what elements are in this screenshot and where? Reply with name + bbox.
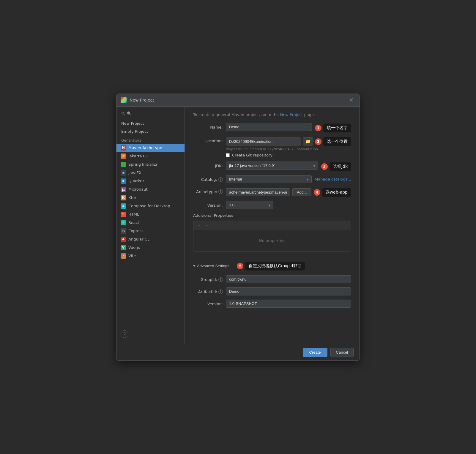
location-row: Location: 📁 2 选一个位置 Project will be crea… — [193, 137, 351, 157]
sidebar-item-vite[interactable]: ⚡ Vite — [116, 252, 185, 260]
sidebar-bottom: ? — [116, 327, 185, 341]
sidebar-item-html[interactable]: 5 HTML — [116, 210, 185, 219]
sidebar-item-spring[interactable]: 🌿 Spring Initializr — [116, 160, 185, 169]
groupid-label-wrap: GroupId: ? — [193, 275, 223, 282]
micronaut-icon: μ — [121, 187, 126, 192]
cancel-button[interactable]: Cancel — [330, 348, 354, 357]
artifactid-row: ArtifactId: ? — [193, 287, 351, 295]
catalog-select[interactable]: Internal — [226, 175, 312, 183]
search-wrap — [120, 111, 181, 116]
add-archetype-button[interactable]: Add... — [292, 188, 311, 196]
chevron-down-icon: ▾ — [193, 264, 195, 268]
sidebar-item-angular[interactable]: A Angular CLI — [116, 235, 185, 243]
express-label: Express — [128, 229, 144, 233]
callout-3-wrap: 3 选择jdk — [321, 162, 351, 171]
props-add-button[interactable]: + — [196, 223, 201, 228]
create-button[interactable]: Create — [303, 348, 327, 357]
name-field-callout-wrap: 1 填一个名字 — [226, 123, 351, 132]
artifactid-label: ArtifactId: — [198, 290, 217, 294]
catalog-row: Catalog: ? Internal Manage catalogs... — [193, 175, 351, 183]
sidebar-item-jakarta[interactable]: 🌶 Jakarta EE — [116, 152, 185, 160]
groupid-label-help: GroupId: ? — [193, 277, 223, 282]
catalog-label: Catalog: — [201, 177, 217, 182]
help-button[interactable]: ? — [121, 330, 128, 338]
catalog-label-help: Catalog: ? — [193, 177, 223, 182]
jdk-row: JDK: jbr-17 java version "17.0.9" 3 选择jd… — [193, 162, 351, 171]
callout-5-wrap: 5 自定义或者默认GroupId都可 — [231, 261, 305, 270]
sidebar-item-quarkus[interactable]: ❖ Quarkus — [116, 177, 185, 185]
props-empty-text: No properties — [193, 230, 351, 251]
archetype-help-icon[interactable]: ? — [218, 189, 223, 194]
compose-icon: ◈ — [121, 203, 126, 209]
vue-icon: V — [121, 245, 126, 250]
project-path-hint: Project will be created in: D:\20240604E… — [226, 147, 351, 151]
name-field-wrap: 1 填一个名字 — [226, 123, 351, 132]
new-project-dialog: New Project ✕ New Project Empty Project … — [116, 94, 360, 361]
angular-icon: A — [121, 237, 126, 242]
compose-label: Compose for Desktop — [128, 204, 170, 208]
folder-browse-button[interactable]: 📁 — [303, 137, 313, 145]
maven-label: Maven Archetype — [128, 145, 162, 150]
sidebar-item-ktor[interactable]: K Ktor — [116, 194, 185, 202]
name-input[interactable] — [226, 123, 312, 131]
express-icon: ex — [121, 228, 126, 234]
quarkus-label: Quarkus — [128, 179, 144, 183]
callout-5-num: 5 — [237, 263, 243, 269]
vite-icon: ⚡ — [121, 253, 126, 259]
jdk-select[interactable]: jbr-17 java version "17.0.9" — [226, 162, 318, 170]
sidebar-item-compose[interactable]: ◈ Compose for Desktop — [116, 202, 185, 210]
advanced-toggle-button[interactable]: ▾ Advanced Settings 5 自定义或者默认GroupId都可 — [193, 260, 305, 272]
archetype-select-wrapper: ache.maven.archetypes:maven-archetype-we… — [226, 188, 290, 196]
callout-3-num: 3 — [321, 163, 328, 170]
generators-section-label: Generators — [116, 135, 185, 144]
jdk-field-callout-wrap: jbr-17 java version "17.0.9" 3 选择jdk — [226, 162, 351, 171]
javafx-label: JavaFX — [128, 170, 141, 175]
git-checkbox-label: Create Git repository — [232, 153, 272, 157]
search-bar — [116, 110, 185, 119]
callout-1-wrap: 1 填一个名字 — [315, 123, 351, 132]
callout-2-num: 2 — [315, 138, 321, 145]
catalog-help-icon[interactable]: ? — [218, 177, 223, 182]
version-select[interactable]: 1.0 — [226, 201, 273, 209]
sidebar-item-new-project[interactable]: New Project — [116, 119, 185, 127]
name-row: Name: 1 填一个名字 — [193, 123, 351, 132]
artifactid-help-icon[interactable]: ? — [218, 290, 223, 294]
location-input[interactable] — [226, 137, 301, 145]
adv-version-field-wrap — [226, 300, 351, 308]
html-label: HTML — [128, 212, 139, 216]
callout-1-text: 填一个名字 — [323, 124, 351, 132]
svg-line-1 — [124, 114, 125, 115]
new-project-link[interactable]: New Project — [280, 113, 303, 117]
sidebar-item-vue[interactable]: V Vue.js — [116, 243, 185, 252]
callout-2-text: 选一个位置 — [323, 137, 351, 146]
callout-2-wrap: 2 选一个位置 — [315, 137, 351, 146]
manage-catalogs-link[interactable]: Manage catalogs... — [315, 177, 351, 181]
callout-5-text: 自定义或者默认GroupId都可 — [245, 262, 305, 270]
sidebar-item-micronaut[interactable]: μ Micronaut — [116, 185, 185, 194]
sidebar-item-maven[interactable]: M Maven Archetype — [116, 144, 185, 152]
groupid-help-icon[interactable]: ? — [218, 277, 223, 282]
dialog-footer: Create Cancel — [116, 344, 360, 360]
version-select-wrapper: 1.0 — [226, 201, 273, 209]
sidebar-item-express[interactable]: ex Express — [116, 227, 185, 235]
artifactid-input[interactable] — [226, 287, 351, 295]
artifactid-label-wrap: ArtifactId: ? — [193, 287, 223, 294]
git-checkbox[interactable] — [226, 153, 230, 157]
adv-version-input[interactable] — [226, 300, 351, 308]
jakarta-icon: 🌶 — [121, 154, 126, 159]
sidebar-item-react[interactable]: ⚛ React — [116, 219, 185, 227]
archetype-label: Archetype: — [196, 189, 217, 194]
props-remove-button[interactable]: − — [204, 223, 209, 228]
html-icon: 5 — [121, 212, 126, 217]
dialog-body: New Project Empty Project Generators M M… — [116, 107, 360, 344]
groupid-input[interactable] — [226, 275, 351, 283]
sidebar-item-empty-project[interactable]: Empty Project — [116, 127, 185, 135]
catalog-field-wrap: Internal Manage catalogs... — [226, 175, 351, 183]
sidebar-item-javafx[interactable]: ▣ JavaFX — [116, 169, 185, 177]
app-icon — [121, 97, 127, 103]
callout-1-num: 1 — [315, 125, 321, 131]
search-input[interactable] — [127, 111, 180, 116]
archetype-select[interactable]: ache.maven.archetypes:maven-archetype-we… — [226, 188, 290, 196]
jdk-select-wrapper: jbr-17 java version "17.0.9" — [226, 162, 318, 170]
close-button[interactable]: ✕ — [347, 96, 355, 104]
